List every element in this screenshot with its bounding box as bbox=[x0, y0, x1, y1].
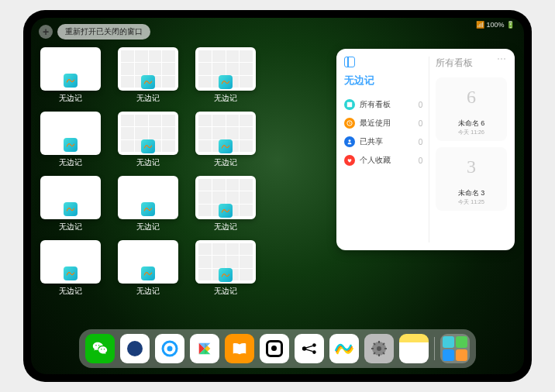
top-toolbar: + 重新打开已关闭的窗口 bbox=[39, 24, 150, 40]
sidebar-item-label: 所有看板 bbox=[360, 99, 414, 110]
window-label: 无边记 bbox=[136, 157, 160, 168]
board-meta: 今天 11:26 bbox=[458, 129, 484, 136]
svg-point-2 bbox=[349, 139, 351, 142]
board-sketch: 6 bbox=[467, 87, 476, 108]
reopen-closed-window-button[interactable]: 重新打开已关闭的窗口 bbox=[57, 24, 150, 40]
sidebar-item-count: 0 bbox=[419, 101, 423, 109]
freeform-sidebar-panel[interactable]: ⋯ 无边记 所有看板0最近使用0已共享0个人收藏0 所有看板 6未命名 6今天 … bbox=[336, 49, 515, 250]
app-window[interactable]: 无边记 bbox=[40, 176, 101, 232]
sidebar-item-label: 已共享 bbox=[360, 136, 414, 147]
app-window[interactable]: 无边记 bbox=[118, 112, 178, 168]
app-window[interactable]: 无边记 bbox=[40, 47, 101, 104]
window-label: 无边记 bbox=[136, 93, 160, 104]
window-label: 无边记 bbox=[59, 93, 82, 104]
sidebar-item-count: 0 bbox=[419, 138, 423, 146]
sidebar-item-count: 0 bbox=[419, 156, 423, 165]
board-card[interactable]: 6未命名 6今天 11:26 bbox=[436, 77, 507, 141]
panel-left-title: 无边记 bbox=[344, 74, 422, 88]
svg-point-4 bbox=[167, 346, 173, 352]
svg-line-16 bbox=[374, 343, 375, 345]
window-label: 无边记 bbox=[59, 286, 82, 297]
dock-app-dice[interactable] bbox=[260, 334, 289, 363]
dock-app-settings[interactable] bbox=[364, 334, 394, 363]
sidebar-toggle-icon[interactable] bbox=[344, 57, 355, 67]
app-window[interactable]: 无边记 bbox=[118, 240, 178, 297]
windows-grid: 无边记无边记无边记无边记无边记无边记无边记无边记无边记无边记无边记无边记 bbox=[40, 43, 329, 329]
board-card[interactable]: 3未命名 3今天 11:25 bbox=[436, 147, 507, 211]
board-meta: 今天 11:25 bbox=[458, 198, 484, 206]
square-icon bbox=[344, 99, 355, 110]
person-icon bbox=[344, 136, 355, 147]
svg-point-5 bbox=[302, 346, 307, 351]
board-sketch: 3 bbox=[467, 156, 476, 177]
app-window[interactable]: 无边记 bbox=[118, 176, 178, 232]
window-label: 无边记 bbox=[59, 222, 82, 232]
app-window[interactable]: 无边记 bbox=[195, 240, 256, 297]
window-label: 无边记 bbox=[214, 93, 237, 104]
app-window[interactable]: 无边记 bbox=[40, 240, 101, 297]
sidebar-item-label: 最近使用 bbox=[360, 118, 414, 129]
add-button[interactable]: + bbox=[39, 25, 53, 39]
window-label: 无边记 bbox=[136, 222, 160, 232]
svg-line-8 bbox=[305, 346, 312, 348]
app-window[interactable]: 无边记 bbox=[195, 47, 256, 104]
dock-app-notes[interactable] bbox=[399, 334, 429, 363]
clock-icon bbox=[344, 118, 355, 129]
sidebar-item[interactable]: 个人收藏0 bbox=[344, 151, 422, 170]
sidebar-item-count: 0 bbox=[419, 119, 423, 128]
svg-line-9 bbox=[305, 349, 312, 352]
dock bbox=[79, 329, 476, 368]
boards-list: 6未命名 6今天 11:263未命名 3今天 11:25 bbox=[436, 77, 507, 211]
svg-rect-0 bbox=[347, 102, 352, 107]
dock-separator bbox=[434, 337, 435, 360]
svg-line-17 bbox=[383, 352, 384, 354]
board-name: 未命名 3 bbox=[458, 188, 485, 198]
dock-app-books[interactable] bbox=[225, 334, 254, 363]
dock-app-browser[interactable] bbox=[155, 334, 184, 363]
screen: 📶 100% 🔋 + 重新打开已关闭的窗口 无边记无边记无边记无边记无边记无边记… bbox=[31, 18, 524, 374]
window-label: 无边记 bbox=[214, 222, 237, 232]
board-name: 未命名 6 bbox=[458, 119, 485, 129]
window-label: 无边记 bbox=[214, 157, 237, 168]
window-label: 无边记 bbox=[136, 286, 160, 297]
dock-app-library[interactable] bbox=[440, 334, 470, 363]
sidebar-item[interactable]: 所有看板0 bbox=[344, 95, 422, 114]
app-window[interactable]: 无边记 bbox=[195, 176, 256, 232]
app-window[interactable]: 无边记 bbox=[118, 47, 178, 104]
dock-app-app7[interactable] bbox=[295, 334, 324, 363]
dock-app-app2[interactable] bbox=[120, 334, 150, 363]
svg-point-6 bbox=[312, 343, 316, 347]
svg-point-11 bbox=[377, 346, 381, 351]
sidebar-item-label: 个人收藏 bbox=[360, 155, 414, 166]
svg-line-19 bbox=[383, 343, 384, 345]
ipad-device: 📶 100% 🔋 + 重新打开已关闭的窗口 无边记无边记无边记无边记无边记无边记… bbox=[23, 10, 532, 382]
dock-app-play[interactable] bbox=[190, 334, 219, 363]
sidebar-list: 所有看板0最近使用0已共享0个人收藏0 bbox=[344, 95, 422, 170]
status-bar: 📶 100% 🔋 bbox=[476, 21, 515, 29]
window-label: 无边记 bbox=[214, 286, 237, 297]
svg-line-18 bbox=[374, 352, 375, 354]
workspace: 无边记无边记无边记无边记无边记无边记无边记无边记无边记无边记无边记无边记 ⋯ 无… bbox=[40, 43, 515, 329]
window-label: 无边记 bbox=[59, 157, 82, 168]
heart-icon bbox=[344, 155, 355, 166]
sidebar-item[interactable]: 已共享0 bbox=[344, 132, 422, 151]
svg-point-7 bbox=[312, 350, 316, 354]
sidebar-item[interactable]: 最近使用0 bbox=[344, 114, 422, 132]
dock-app-wechat[interactable] bbox=[85, 334, 115, 363]
app-window[interactable]: 无边记 bbox=[40, 112, 101, 168]
dock-app-freeform[interactable] bbox=[329, 334, 359, 363]
panel-right: 所有看板 6未命名 6今天 11:263未命名 3今天 11:25 bbox=[429, 57, 507, 242]
app-window[interactable]: 无边记 bbox=[195, 112, 256, 168]
more-icon[interactable]: ⋯ bbox=[497, 53, 507, 64]
panel-left: 无边记 所有看板0最近使用0已共享0个人收藏0 bbox=[344, 57, 429, 242]
